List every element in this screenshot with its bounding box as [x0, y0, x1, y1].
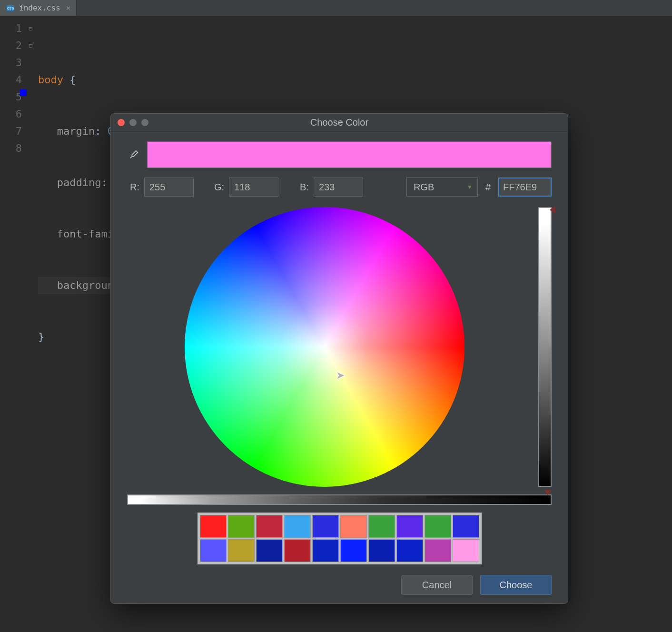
line-number: 4 — [0, 71, 22, 89]
gutter-color-swatch[interactable] — [20, 89, 27, 96]
line-number: 3 — [0, 54, 22, 71]
color-preview — [147, 141, 552, 168]
line-gutter: 1 2 3 4 5 6 7 8 — [0, 16, 29, 483]
chevron-down-icon: ▼ — [467, 184, 473, 190]
g-label: G: — [212, 182, 224, 193]
color-swatch[interactable] — [396, 515, 423, 538]
line-number: 6 — [0, 106, 22, 123]
hash-label: # — [483, 182, 494, 193]
color-swatch[interactable] — [425, 539, 451, 562]
close-icon[interactable]: × — [64, 3, 71, 12]
dialog-title: Choose Color — [111, 117, 568, 128]
cursor-icon: ➤ — [336, 369, 345, 382]
tab-filename: index.css — [19, 3, 60, 12]
color-swatch[interactable] — [200, 539, 227, 562]
choose-button[interactable]: Choose — [480, 575, 552, 595]
saturation-marker-icon — [544, 490, 552, 495]
color-swatch[interactable] — [396, 539, 423, 562]
color-swatch[interactable] — [453, 515, 479, 538]
g-input[interactable]: 118 — [229, 178, 278, 197]
color-swatch[interactable] — [200, 515, 227, 538]
color-swatch[interactable] — [425, 515, 451, 538]
fold-open-icon[interactable]: ⊟ — [29, 20, 38, 37]
eyedropper-button[interactable] — [127, 148, 140, 161]
color-swatch[interactable] — [312, 539, 339, 562]
color-swatch[interactable] — [256, 539, 283, 562]
color-swatch[interactable] — [228, 539, 255, 562]
line-number: 7 — [0, 123, 22, 140]
recent-swatches — [198, 513, 482, 564]
b-input[interactable]: 233 — [314, 178, 363, 197]
dialog-titlebar[interactable]: Choose Color — [111, 114, 568, 132]
cancel-button[interactable]: Cancel — [401, 575, 473, 595]
color-mode-select[interactable]: RGB ▼ — [406, 178, 478, 197]
color-picker-dialog: Choose Color R: 255 G: 118 B: 233 RGB ▼ — [110, 113, 568, 604]
fold-close-icon[interactable]: ⊟ — [29, 37, 38, 54]
saturation-slider[interactable] — [127, 494, 552, 505]
color-wheel[interactable]: ➤ — [185, 207, 464, 487]
color-swatch[interactable] — [284, 515, 311, 538]
fold-gutter: ⊟ ⊟ — [29, 16, 38, 483]
color-swatch[interactable] — [368, 515, 395, 538]
tab-bar: CSS index.css × — [0, 0, 672, 16]
line-number: 2 — [0, 37, 22, 54]
css-file-icon: CSS — [6, 3, 15, 13]
svg-text:CSS: CSS — [7, 7, 14, 10]
color-swatch[interactable] — [256, 515, 283, 538]
line-number: 8 — [0, 140, 22, 157]
color-swatch[interactable] — [284, 539, 311, 562]
brightness-slider[interactable] — [538, 207, 552, 487]
tab-index-css[interactable]: CSS index.css × — [0, 0, 77, 16]
line-number: 5 — [0, 89, 22, 106]
color-swatch[interactable] — [228, 515, 255, 538]
line-number: 1 — [0, 20, 22, 37]
brightness-marker-icon — [550, 206, 555, 214]
r-input[interactable]: 255 — [144, 178, 194, 197]
color-swatch[interactable] — [453, 539, 479, 562]
color-swatch[interactable] — [340, 539, 367, 562]
hex-input[interactable]: FF76E9 — [498, 178, 552, 197]
color-swatch[interactable] — [340, 515, 367, 538]
b-label: B: — [296, 182, 309, 193]
r-label: R: — [127, 182, 139, 193]
color-swatch[interactable] — [368, 539, 395, 562]
color-swatch[interactable] — [312, 515, 339, 538]
